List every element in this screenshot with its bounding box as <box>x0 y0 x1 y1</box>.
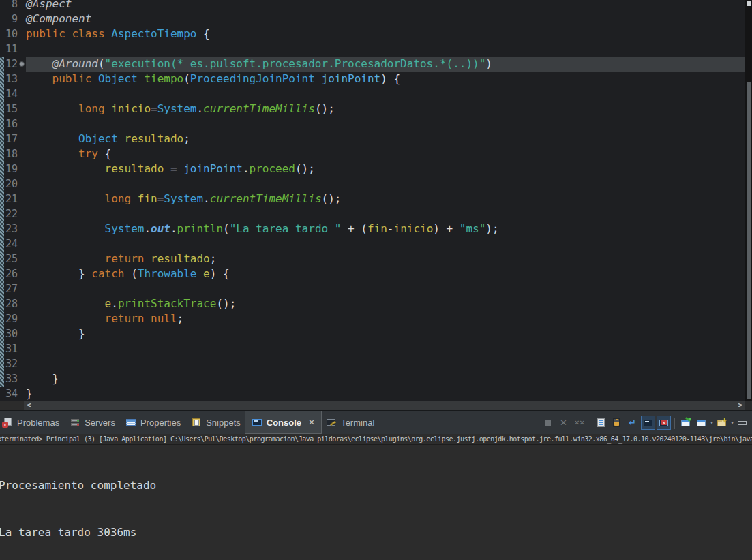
show-on-stderr-change-icon[interactable]: x <box>657 416 671 430</box>
line-number[interactable]: 32 <box>0 356 19 371</box>
line-number[interactable]: 25 <box>0 251 19 266</box>
code-text: @Aspect <box>26 0 745 12</box>
line-number[interactable]: 29 <box>0 311 19 326</box>
terminal-icon <box>326 417 337 428</box>
console-output[interactable]: Procesamiento completado La tarea tardo … <box>0 445 752 560</box>
tab-problemas[interactable]: x Problemas <box>0 411 65 434</box>
scroll-lock-icon[interactable] <box>610 416 624 430</box>
code-text <box>26 236 745 251</box>
code-text: public Object tiempo(ProceedingJoinPoint… <box>26 72 745 87</box>
gutter-marker-cell <box>19 102 26 116</box>
remove-launch-icon[interactable]: ✕ <box>556 416 571 430</box>
line-number[interactable]: 12 <box>0 57 19 72</box>
line-number[interactable]: 13 <box>0 72 19 87</box>
code-text: @Around("execution(* es.pulsoft.procesad… <box>26 57 745 72</box>
line-number[interactable]: 28 <box>0 296 19 311</box>
code-line: 18 try { <box>0 146 745 161</box>
line-number[interactable]: 8 <box>0 0 19 12</box>
code-line: 19 resultado = joinPoint.proceed(); <box>0 161 745 176</box>
servers-icon <box>70 417 80 428</box>
code-text: long fin=System.currentTimeMillis(); <box>26 191 745 206</box>
clear-console-icon[interactable] <box>594 416 608 430</box>
line-number[interactable]: 24 <box>0 236 19 251</box>
code-line: 17 Object resultado; <box>0 131 745 146</box>
code-line: 24 <box>0 236 745 251</box>
gutter-marker-cell <box>19 386 26 401</box>
editor-lines: 8@Aspect9@Component10public class Aspect… <box>0 0 745 401</box>
line-number[interactable]: 15 <box>0 102 19 116</box>
code-line: 16 <box>0 116 745 131</box>
gutter-marker-cell <box>19 371 26 386</box>
scroll-left-icon[interactable]: < <box>24 401 34 410</box>
line-number[interactable]: 14 <box>0 87 19 102</box>
code-editor[interactable]: 8@Aspect9@Component10public class Aspect… <box>0 0 752 401</box>
code-text: System.out.println("La tarea tardo " + (… <box>26 221 745 236</box>
tab-servers[interactable]: Servers <box>63 411 121 434</box>
gutter-marker-cell <box>19 326 26 341</box>
line-number[interactable]: 33 <box>0 371 19 386</box>
gutter-marker-cell <box>19 281 26 296</box>
tab-properties[interactable]: Properties <box>119 411 187 434</box>
tab-snippets[interactable]: Snippets <box>185 411 247 434</box>
line-number[interactable]: 31 <box>0 341 19 356</box>
pin-console-icon[interactable] <box>678 416 693 430</box>
line-number[interactable]: 34 <box>0 386 19 401</box>
console-view[interactable]: <terminated> Principal (3) [Java Applica… <box>0 434 752 560</box>
gutter-marker-cell <box>19 176 26 191</box>
open-console-icon[interactable]: + <box>715 416 729 430</box>
horizontal-scrollbar[interactable]: < > <box>24 401 745 410</box>
line-number[interactable]: 11 <box>0 42 19 57</box>
line-number[interactable]: 16 <box>0 116 19 131</box>
line-number[interactable]: 30 <box>0 326 19 341</box>
display-selected-console-icon[interactable] <box>694 416 708 430</box>
chevron-down-icon[interactable]: ▾ <box>731 420 734 426</box>
terminate-icon[interactable] <box>541 416 555 430</box>
tab-console[interactable]: Console ✕ <box>245 411 322 434</box>
line-number[interactable]: 9 <box>0 12 19 27</box>
chevron-down-icon[interactable]: ▾ <box>710 420 713 426</box>
gutter-marker-cell <box>19 27 26 42</box>
gutter-marker-cell <box>19 221 26 236</box>
code-text: @Component <box>26 12 745 27</box>
code-text <box>26 341 745 356</box>
line-annotation-marker-icon[interactable] <box>19 61 25 67</box>
code-text: resultado = joinPoint.proceed(); <box>26 161 745 176</box>
code-line: 20 <box>0 176 745 191</box>
line-number[interactable]: 27 <box>0 281 19 296</box>
code-line: 9@Component <box>0 12 745 27</box>
close-icon[interactable]: ✕ <box>308 418 315 427</box>
problems-icon: x <box>2 417 13 428</box>
gutter-marker-cell <box>19 131 26 146</box>
vertical-scrollbar[interactable] <box>745 0 752 401</box>
tab-label: Snippets <box>206 418 241 428</box>
line-number[interactable]: 26 <box>0 266 19 281</box>
vertical-scrollbar-thumb[interactable] <box>747 82 751 399</box>
line-number[interactable]: 21 <box>0 191 19 206</box>
line-number[interactable]: 20 <box>0 176 19 191</box>
code-line: 23 System.out.println("La tarea tardo " … <box>0 221 745 236</box>
gutter-marker-cell <box>19 206 26 221</box>
code-line: 33 } <box>0 371 745 386</box>
gutter-marker-cell <box>19 116 26 131</box>
scroll-right-icon[interactable]: > <box>735 401 745 410</box>
overview-ruler-marker[interactable] <box>747 1 751 6</box>
properties-icon <box>125 417 136 428</box>
code-text: try { <box>26 146 745 161</box>
code-line: 31 <box>0 341 745 356</box>
line-number[interactable]: 23 <box>0 221 19 236</box>
code-text: Object resultado; <box>26 131 745 146</box>
word-wrap-icon[interactable]: ↵ <box>625 416 640 430</box>
code-text <box>26 42 745 57</box>
line-number[interactable]: 10 <box>0 27 19 42</box>
console-toolbar: ✕ ✕✕ ↵ x ▾ + ▾ <box>541 411 749 435</box>
show-on-stdout-change-icon[interactable] <box>641 416 655 430</box>
line-number[interactable]: 19 <box>0 161 19 176</box>
minimize-panel-icon[interactable] <box>735 416 749 430</box>
code-line: 14 <box>0 87 745 102</box>
tab-terminal[interactable]: Terminal <box>320 411 380 434</box>
tab-label: Terminal <box>341 418 374 428</box>
line-number[interactable]: 22 <box>0 206 19 221</box>
line-number[interactable]: 18 <box>0 146 19 161</box>
remove-all-terminated-icon[interactable]: ✕✕ <box>572 416 586 430</box>
line-number[interactable]: 17 <box>0 131 19 146</box>
